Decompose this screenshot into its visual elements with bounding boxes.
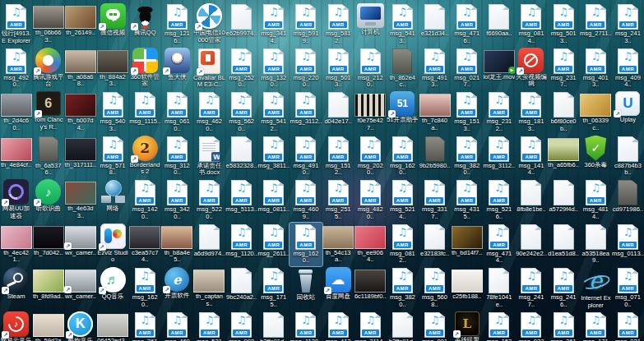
desktop-icon[interactable]: AMRmsg_3317.. [419,178,451,223]
desktop-icon[interactable]: 78fe1041e.. [483,266,515,311]
desktop-icon[interactable]: 6↗Tom Clancy's R.. [32,90,64,135]
desktop-icon[interactable]: AMRmsg_5216.. [483,178,515,223]
desktop-icon[interactable]: AMRmsg_2711.. [580,2,612,47]
desktop-icon[interactable]: AMRmsg_4315.. [451,178,483,223]
desktop-icon[interactable]: f0e75e427.. [354,90,387,135]
desktop-icon[interactable]: AMRmsg_0610.. [161,90,193,135]
desktop-icon[interactable]: e5832328.. [225,135,257,179]
desktop-icon[interactable]: ↗Steam [0,266,32,311]
desktop-icon[interactable]: th_4e84cf.. [0,135,32,179]
desktop-icon[interactable]: c3ea57c74.. [129,223,161,267]
desktop-icon[interactable]: L↗英雄联盟 [451,311,483,341]
desktop-icon[interactable]: AMRmsg_3820.. [451,135,483,179]
desktop-icon[interactable]: ↗腾讯游戏平台 [32,47,64,91]
desktop-icon[interactable]: AMRmsg_0320.. [515,311,547,341]
desktop-icon[interactable]: ↗腾讯QQ [129,2,161,47]
desktop-icon[interactable]: AMRmsg_0316.. [612,311,644,341]
desktop-icon[interactable]: AMRmsg_2200.. [290,47,322,91]
desktop-icon[interactable]: W承诺责任书.docx [193,135,225,179]
desktop-icon[interactable]: 90e242e2.. [515,223,547,267]
desktop-icon[interactable]: 06452ed3.. [96,311,128,341]
desktop-icon[interactable]: th_a65fb6.. [548,135,580,179]
desktop-icon[interactable]: ↗Ezviz Studio [96,223,128,267]
desktop-icon[interactable]: e62b9974.. [225,2,257,47]
desktop-icon[interactable]: AMRmsg_3120.. [161,135,193,179]
desktop-icon[interactable]: AMRmsg_0113.. [612,223,644,267]
desktop-icon[interactable]: ↗中国电信10000管家 [193,2,225,47]
desktop-icon[interactable]: ↗微信视频 [96,2,128,47]
desktop-icon[interactable]: a53518ea9.. [580,223,612,267]
desktop-icon[interactable]: e32183fc.. [419,223,451,267]
desktop-icon[interactable]: AMRmsg_1513.. [451,90,483,135]
desktop-icon[interactable]: AMRmsg_5214.. [387,178,419,223]
desktop-icon[interactable]: AMRmsg_3414.. [257,2,290,47]
desktop-icon[interactable]: AMRmsg_4094.. [612,47,644,91]
desktop-icon[interactable]: AMRmsg_3112.. [290,90,322,135]
desktop-icon[interactable]: ☁↗百度网盘 [322,266,354,311]
desktop-icon[interactable]: AMRmsg_2312.. [483,90,515,135]
desktop-icon[interactable]: e↗开票软件 [161,266,193,311]
desktop-icon[interactable]: AMRmsg_5718.. [96,135,128,179]
desktop-icon[interactable]: th_862e4c.. [387,47,419,91]
desktop-icon[interactable]: AMRmsg_1520.. [483,311,515,341]
desktop-icon[interactable]: AMRmsg_5113.. [225,178,257,223]
desktop-icon[interactable]: th_317111.. [64,135,96,179]
desktop-icon[interactable]: AMRmsg_4716.. [451,2,483,47]
desktop-icon[interactable]: ↗wx_camer.. [64,223,96,267]
desktop-icon[interactable]: AMRmsg_1512.. [322,135,354,179]
desktop-icon[interactable]: K↗酷狗音乐 [64,311,96,341]
desktop-icon[interactable]: th_884a23.. [96,47,128,91]
desktop-icon[interactable]: AMRmsg_2520.. [225,47,257,91]
desktop-icon[interactable]: AMRmsg_1620.. [387,135,419,179]
desktop-icon[interactable]: th_6a5376.. [32,135,64,179]
desktop-icon[interactable]: 9bc240a2.. [225,266,257,311]
desktop-icon[interactable]: AMRmsg_5403.. [96,90,128,135]
desktop-icon[interactable]: 51↗51开票助手 [387,90,419,135]
desktop-icon[interactable]: AMRmsg_5413.. [387,2,419,47]
desktop-icon[interactable]: a6d9d974.. [193,223,225,267]
desktop-icon[interactable]: AMRmsg_3114.. [354,311,387,341]
desktop-icon[interactable]: th_captans.. [193,266,225,311]
desktop-icon[interactable]: th_ee9064.. [354,223,387,267]
desktop-icon[interactable]: th_26149.. [64,2,96,47]
desktop-icon[interactable]: ♪↗听歌识曲 [32,178,64,223]
desktop-icon[interactable]: AMR锐行[4913.E Explorer [0,2,32,47]
desktop-icon[interactable]: AMRmsg_1620.. [290,223,322,267]
desktop-icon[interactable]: 2↗Borderlands 2 [129,135,161,179]
desktop-icon[interactable]: ↗火萤视频编辑 [515,47,547,91]
desktop-icon[interactable]: AMRmsg_1320.. [257,47,290,91]
desktop-icon[interactable]: eInternet Explorer [580,266,612,311]
desktop-icon[interactable]: AMRmsg_1115.. [129,90,161,135]
desktop-icon[interactable]: ↗鱼大侠 [161,47,193,91]
desktop-icon[interactable]: AMRmsg_2120.. [354,47,387,91]
desktop-icon[interactable]: AMRmsg_3820.. [387,266,419,311]
desktop-icon[interactable]: AMRmsg_4814.. [580,178,612,223]
desktop-icon[interactable]: 8fb8e1be.. [515,178,547,223]
desktop-icon[interactable]: d042e17.. [322,90,354,135]
desktop-icon[interactable]: AMRmsg_4910.. [290,135,322,179]
desktop-icon[interactable]: e321d34.. [419,2,451,47]
desktop-icon[interactable]: AMRmsg_2616.. [129,311,161,341]
desktop-icon[interactable]: b2ffe91d.. [387,311,419,341]
desktop-icon[interactable]: AMRmsg_1414.. [515,135,547,179]
desktop-icon[interactable]: AMRmsg_2413.. [612,2,644,47]
desktop-icon[interactable]: f6690aa.. [483,2,515,47]
desktop-icon[interactable]: AMRmsg_5220.. [193,178,225,223]
desktop-icon[interactable]: th_06b663.. [32,2,64,47]
desktop-icon[interactable]: 计算机 [354,2,387,47]
desktop-icon[interactable]: AMRmsg_2611.. [257,223,290,267]
desktop-icon[interactable]: AMRmsg_4600.. [161,311,193,341]
desktop-icon[interactable]: ♪↗网易云音乐 [0,311,32,341]
desktop-icon[interactable]: ↗360软件管家 [129,47,161,91]
desktop-icon[interactable]: AMRmsg_1420.. [129,178,161,223]
desktop-icon[interactable]: AMRmsg_4120.. [322,311,354,341]
desktop-icon[interactable]: AMRmsg_5412.. [257,90,290,135]
desktop-icon[interactable]: ↗Cavaliar BLM E3-C.. [193,47,225,91]
desktop-icon[interactable]: th_4ec421.. [0,223,32,267]
desktop-icon[interactable]: AMRmsg_2416.. [548,266,580,311]
desktop-icon[interactable]: AMRmsg_1813.. [515,90,547,135]
desktop-icon[interactable]: th_a08a68.. [64,47,96,91]
desktop-icon[interactable]: ↗wx_camer.. [64,266,96,311]
desktop-icon[interactable]: AMRmsg_1120.. [225,223,257,267]
desktop-icon[interactable]: AMRmsg_2417.. [515,266,547,311]
